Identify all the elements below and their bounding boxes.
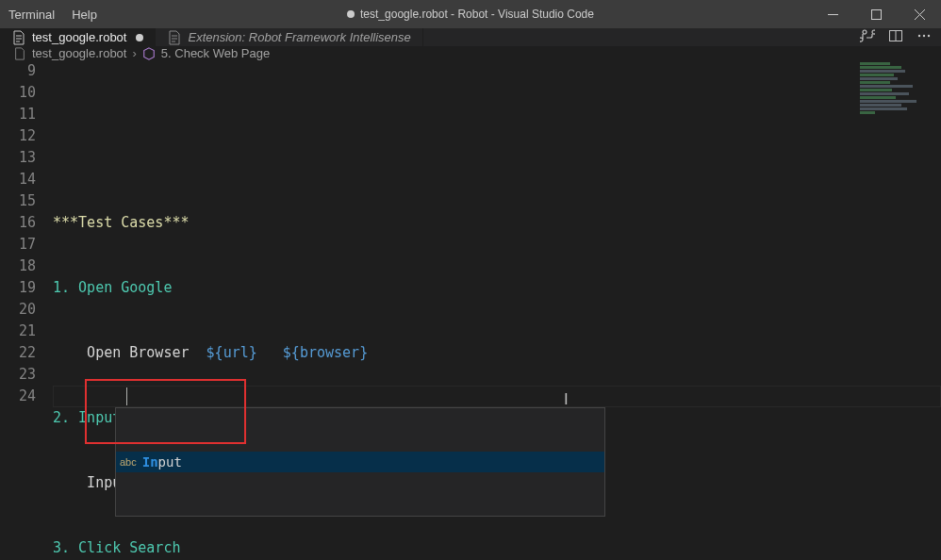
window-maximize-button[interactable] [854, 0, 898, 28]
svg-point-3 [918, 35, 920, 37]
menu-help[interactable]: Help [63, 0, 106, 28]
symbol-icon [142, 47, 156, 60]
tab-dirty-icon [136, 34, 143, 41]
svg-point-4 [923, 35, 925, 37]
file-icon [167, 30, 182, 45]
current-line-highlight [53, 386, 941, 407]
menu-terminal[interactable]: Terminal [0, 0, 63, 28]
compare-changes-icon[interactable] [860, 28, 875, 46]
breadcrumb-file[interactable]: test_google.robot [32, 46, 126, 60]
tab-bar: test_google.robot Extension: Robot Frame… [0, 28, 941, 46]
window-title-text: test_google.robot - Robot - Visual Studi… [360, 8, 594, 21]
intellisense-suggest-widget[interactable]: abc Input [115, 407, 605, 517]
svg-point-5 [928, 35, 930, 37]
window-close-button[interactable] [898, 0, 941, 28]
tab-test-google-robot[interactable]: test_google.robot [0, 28, 156, 46]
split-editor-icon[interactable] [888, 28, 903, 46]
editor[interactable]: 91011 121314 151617 181920 212223 24 ***… [0, 60, 941, 560]
code-line: 1. Open Google [53, 277, 941, 299]
breadcrumb-symbol[interactable]: 5. Check Web Page [161, 46, 270, 60]
tab-label: Extension: Robot Framework Intellisense [188, 30, 410, 44]
chevron-right-icon: › [132, 46, 136, 60]
file-icon [11, 30, 26, 45]
code-line: 3. Click Search [53, 537, 941, 559]
code-line [53, 147, 941, 169]
svg-rect-0 [871, 9, 881, 19]
title-bar: Terminal Help test_google.robot - Robot … [0, 0, 941, 28]
editor-code[interactable]: ***Test Cases*** 1. Open Google Open Bro… [53, 60, 941, 560]
more-actions-icon[interactable] [916, 28, 932, 46]
window-minimize-button[interactable] [811, 0, 854, 28]
tab-label: test_google.robot [32, 30, 126, 44]
window-title: test_google.robot - Robot - Visual Studi… [347, 8, 594, 21]
tab-extension-rf-intellisense[interactable]: Extension: Robot Framework Intellisense [156, 28, 422, 46]
minimap[interactable] [860, 62, 935, 128]
text-cursor [126, 387, 127, 405]
line-number-gutter: 91011 121314 151617 181920 212223 24 [0, 60, 53, 560]
code-line: Open Browser ${url} ${browser} [53, 342, 941, 364]
suggest-item-input[interactable]: abc Input [116, 452, 604, 472]
suggest-kind-text-icon: abc [120, 452, 137, 473]
file-icon [13, 47, 26, 60]
dirty-indicator-icon [347, 10, 355, 18]
breadcrumb[interactable]: test_google.robot › 5. Check Web Page [0, 46, 941, 60]
code-line: ***Test Cases*** [53, 212, 941, 234]
